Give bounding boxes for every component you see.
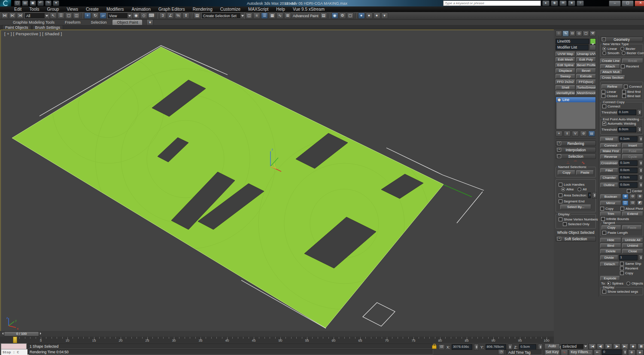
mirror-icon[interactable]: ◫ [246, 12, 252, 19]
paint-options-icon[interactable]: ▤ [320, 12, 327, 19]
key-step-icon[interactable]: ⇤ [594, 349, 601, 355]
render-production-icon[interactable]: ● [358, 12, 365, 19]
unhide-all-button[interactable]: Unhide All [622, 238, 643, 242]
ribbon-panel-paint-objects[interactable]: Paint Objects [2, 25, 31, 30]
selected-only-checkbox[interactable] [563, 222, 567, 226]
schematic-view-icon[interactable]: ⊞ [284, 12, 291, 19]
cross-section-button[interactable]: Cross Section [600, 75, 625, 80]
next-frame-button[interactable]: |▶ [613, 343, 620, 349]
bezier-vertex-radio[interactable] [620, 47, 624, 51]
unlink-selection-icon[interactable]: ⋉ [9, 12, 16, 19]
same-shp-checkbox[interactable] [620, 262, 624, 266]
infinite-bounds-checkbox[interactable] [601, 217, 605, 221]
menu-item[interactable]: Customize [216, 6, 244, 12]
boolean-intersect-icon[interactable]: ⊗ [637, 194, 643, 199]
outline-spinner[interactable] [638, 182, 643, 188]
window-crossing-icon[interactable]: ◫ [73, 12, 80, 19]
reverse-button[interactable]: Reverse [600, 154, 621, 159]
all-radio[interactable] [577, 187, 581, 191]
divide-spinner[interactable] [638, 254, 643, 261]
selection-lock-icon[interactable] [432, 345, 437, 349]
layer-manager-icon[interactable]: ☰ [261, 12, 268, 19]
unbind-button[interactable]: Unbind [622, 243, 643, 248]
bezier-corner-vertex-radio[interactable] [622, 51, 626, 55]
bind-first-checkbox[interactable] [622, 90, 626, 94]
selected-set-dropdown[interactable]: Selected [561, 343, 588, 349]
mirror-copy-checkbox[interactable] [600, 207, 604, 211]
modifier-button[interactable]: Displace [556, 68, 575, 73]
new-file-icon[interactable]: ▢ [14, 0, 21, 6]
subscription-icon[interactable]: ◈ [551, 0, 558, 6]
time-forward-arrow[interactable] [40, 332, 43, 335]
menu-item[interactable]: Rendering [189, 6, 216, 12]
current-frame-marker[interactable] [13, 337, 17, 343]
bind-to-space-warp-icon[interactable]: ⋊ [17, 12, 24, 19]
named-selection-paste-button[interactable]: Paste [576, 170, 594, 175]
curve-editor-icon[interactable]: ∿ [276, 12, 283, 19]
communication-center-icon[interactable]: ✉ [559, 0, 567, 6]
delete-button[interactable]: Delete [600, 249, 621, 254]
divide-button[interactable]: Divide [600, 255, 618, 260]
refine-connect-checkbox[interactable] [624, 85, 628, 89]
ribbon-tab-selection[interactable]: Selection [86, 20, 111, 25]
area-selection-value[interactable]: 0.1cm [588, 193, 591, 198]
key-filters-button[interactable]: Key Filters... [569, 349, 593, 355]
make-first-button[interactable]: Make First [600, 149, 621, 153]
open-file-icon[interactable]: ▤ [22, 0, 28, 6]
advanced-paint-label[interactable]: Advanced Paint [292, 14, 319, 18]
detach-copy-checkbox[interactable] [620, 271, 624, 275]
track-view-icon[interactable]: ▦ [638, 343, 644, 349]
segment-subobject-icon[interactable]: ⌒ [573, 161, 577, 165]
divide-value-field[interactable]: 1 [619, 255, 638, 260]
rollout-soft-selection[interactable]: +Soft Selection [556, 236, 596, 242]
explode-button[interactable]: Explode [600, 276, 620, 281]
select-object-icon[interactable]: ↖ [50, 12, 57, 19]
track-bar[interactable]: 0510152025303540455055606570758085909510… [0, 337, 554, 343]
reorient-checkbox[interactable] [621, 64, 625, 68]
tangent-copy-button[interactable]: Copy [601, 225, 621, 230]
motion-tab-icon[interactable]: ◎ [576, 31, 582, 37]
create-tab-icon[interactable]: ☆ [556, 31, 562, 37]
rollout-interpolation[interactable]: +Interpolation [556, 147, 596, 153]
crossinsert-value-field[interactable]: 0.1cm [619, 160, 638, 166]
material-editor-icon[interactable]: ◉ [331, 12, 338, 19]
viewport-label[interactable]: [ + ] [ Perspective ] [ Shaded ] [4, 31, 62, 36]
modifier-button[interactable]: Bevel [576, 68, 596, 73]
weld-value-field[interactable]: 0.1cm [619, 136, 638, 142]
show-end-result-icon[interactable]: ‖ [564, 131, 571, 137]
align-icon[interactable]: ≡ [253, 12, 260, 19]
modifier-button[interactable]: sterialByEleme [556, 91, 575, 95]
minimize-button[interactable]: – [609, 0, 621, 6]
linear-vertex-radio[interactable] [602, 47, 606, 51]
closed-checkbox[interactable] [601, 94, 605, 98]
area-selection-checkbox[interactable] [559, 193, 562, 197]
time-slider-handle[interactable]: 0 / 100 [4, 331, 39, 337]
modifier-button[interactable]: Bevel Profile [576, 63, 596, 67]
spline-subobject-icon[interactable]: ∿ [581, 161, 585, 165]
break-button[interactable]: Break [622, 58, 643, 63]
previous-frame-button[interactable]: ◀| [597, 343, 604, 349]
keyboard-shortcut-override-icon[interactable]: ⌨ [148, 12, 155, 19]
boolean-button[interactable]: Boolean [600, 194, 621, 199]
menu-item[interactable]: Animation [128, 6, 154, 12]
ribbon-panel-brush-settings[interactable]: Brush Settings [32, 25, 64, 30]
mirror-vertical-icon[interactable]: ⊟ [629, 200, 636, 206]
outline-button[interactable]: Outline [600, 183, 618, 187]
select-and-move-icon[interactable]: + [84, 12, 91, 19]
help-icon[interactable]: ? [577, 0, 584, 6]
save-file-icon[interactable]: ▣ [30, 0, 36, 6]
render-iterative-icon[interactable]: ● [366, 12, 373, 19]
vertex-subobject-icon[interactable]: ∴ [567, 161, 569, 165]
use-pivot-point-icon[interactable]: ◉ [133, 12, 140, 19]
modify-tab-icon[interactable]: ∿ [562, 31, 569, 37]
menu-item[interactable]: Views [63, 6, 82, 12]
detach-button[interactable]: Detach [600, 262, 619, 266]
quick-access-flyout-icon[interactable]: ▾ [53, 0, 59, 6]
named-selection-copy-button[interactable]: Copy [558, 170, 575, 175]
make-unique-icon[interactable]: V [572, 131, 579, 137]
select-and-manipulate-icon[interactable]: ◇ [140, 12, 147, 19]
add-time-tag[interactable]: Add Time Tag [506, 349, 542, 355]
activeshade-icon[interactable]: ● [374, 12, 380, 19]
macro-recorder-field[interactable] [1, 343, 27, 349]
modifier-button[interactable]: MeshSmooth [576, 91, 596, 95]
